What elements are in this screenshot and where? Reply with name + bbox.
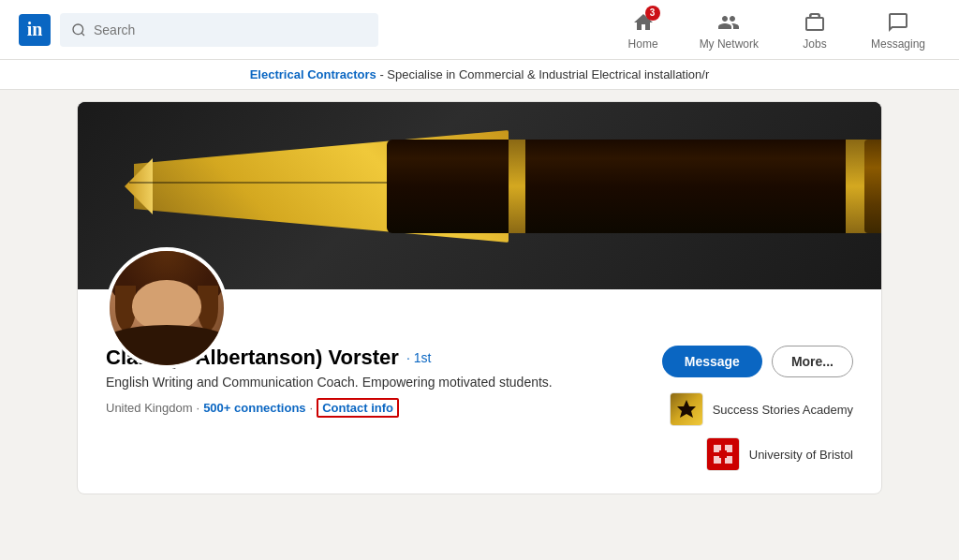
jobs-label: Jobs xyxy=(803,37,826,51)
bristol-logo-inner xyxy=(707,438,739,470)
banner-bar: Electrical Contractors - Specialise in C… xyxy=(0,60,959,90)
connections-link[interactable]: 500+ connections xyxy=(203,401,305,415)
svg-line-1 xyxy=(81,33,84,36)
bristol-icon xyxy=(710,441,736,467)
profile-card: Claire (D'Albertanson) Vorster · 1st Eng… xyxy=(77,101,882,494)
meta-separator-1: · xyxy=(197,401,200,415)
bristol-name: University of Bristol xyxy=(749,448,853,462)
connection-badge: · 1st xyxy=(406,350,431,365)
home-label: Home xyxy=(628,37,658,51)
company-item-bristol[interactable]: University of Bristol xyxy=(706,437,853,471)
my-network-icon xyxy=(717,11,740,34)
profile-headline: English Writing and Communication Coach.… xyxy=(106,374,591,392)
messaging-icon-wrap xyxy=(887,9,909,36)
svg-point-0 xyxy=(73,24,83,35)
contact-info-link[interactable]: Contact info xyxy=(317,398,399,418)
header: in 3 Home My Network xyxy=(0,0,959,60)
avatar-inner xyxy=(110,251,224,365)
meta-separator-2: · xyxy=(310,401,314,415)
banner-description: - Specialise in Commercial & Industrial … xyxy=(376,67,709,81)
header-nav: 3 Home My Network Jobs xyxy=(606,9,940,51)
ssa-name: Success Stories Academy xyxy=(713,403,853,417)
search-icon xyxy=(71,22,86,37)
jobs-icon-wrap xyxy=(804,9,826,36)
pen-band-1 xyxy=(509,140,525,233)
avatar-face xyxy=(132,280,200,332)
my-network-icon-wrap xyxy=(717,9,740,36)
home-icon-wrap: 3 xyxy=(632,9,655,36)
ssa-icon xyxy=(675,398,698,420)
main-content: Claire (D'Albertanson) Vorster · 1st Eng… xyxy=(0,90,959,506)
nav-item-jobs[interactable]: Jobs xyxy=(777,9,852,51)
message-button[interactable]: Message xyxy=(662,346,762,377)
svg-rect-8 xyxy=(719,450,727,458)
banner-link[interactable]: Electrical Contractors xyxy=(250,67,376,81)
linkedin-logo[interactable]: in xyxy=(19,14,51,46)
profile-location: United Kingdom xyxy=(106,401,193,415)
pen-cap xyxy=(864,140,881,233)
profile-meta: United Kingdom · 500+ connections · Cont… xyxy=(106,398,591,418)
avatar[interactable] xyxy=(106,247,228,369)
search-bar[interactable] xyxy=(60,13,378,47)
nav-item-my-network[interactable]: My Network xyxy=(685,9,774,51)
nav-item-home[interactable]: 3 Home xyxy=(606,9,681,51)
pen-body xyxy=(387,140,881,233)
ssa-logo-inner xyxy=(671,393,702,425)
avatar-body xyxy=(110,325,224,365)
profile-right: Message More... Success Stories Academy xyxy=(610,346,853,471)
company-item-ssa[interactable]: Success Stories Academy xyxy=(670,392,853,426)
ssa-logo xyxy=(670,392,703,426)
nav-item-messaging[interactable]: Messaging xyxy=(856,9,940,51)
jobs-icon xyxy=(804,11,826,34)
svg-marker-2 xyxy=(677,400,696,418)
more-button[interactable]: More... xyxy=(772,346,853,377)
search-input[interactable] xyxy=(94,22,367,37)
bristol-logo xyxy=(706,437,740,471)
home-badge: 3 xyxy=(645,6,660,21)
messaging-icon xyxy=(887,11,909,34)
action-buttons: Message More... xyxy=(662,346,853,377)
messaging-label: Messaging xyxy=(871,37,925,51)
my-network-label: My Network xyxy=(700,37,759,51)
